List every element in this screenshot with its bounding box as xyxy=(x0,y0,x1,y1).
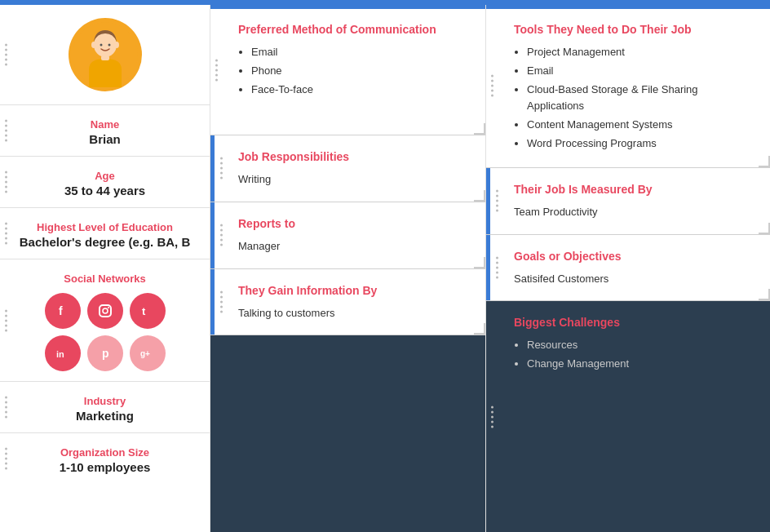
card-dots-comm xyxy=(215,59,218,81)
comm-item-email: Email xyxy=(251,44,469,61)
card-corner-tools xyxy=(759,156,770,167)
name-value: Brian xyxy=(89,132,120,146)
tools-item-pm: Project Management xyxy=(527,44,754,61)
goals-body: Satisifed Customers xyxy=(514,271,754,288)
card-top-bar-comm xyxy=(210,5,485,9)
age-value: 35 to 44 years xyxy=(64,184,145,197)
challenge-item-change: Change Management xyxy=(527,356,754,373)
job-responsibilities-title: Job Responsibilities xyxy=(238,150,469,163)
card-dots-gaininfo xyxy=(220,290,223,313)
avatar xyxy=(69,18,142,91)
job-measured-title: Their Job Is Measured By xyxy=(514,183,754,196)
instagram-icon[interactable] xyxy=(87,293,123,329)
sidebar: Name Brian Age 35 to 44 years Highest Le… xyxy=(0,5,210,532)
org-size-label: Organization Size xyxy=(60,446,149,459)
tools-item-cloud: Cloud-Based Storage & File Sharing Appli… xyxy=(527,82,754,116)
job-measured-body: Team Productivity xyxy=(514,204,754,221)
tools-title: Tools They Need to Do Their Job xyxy=(514,23,754,36)
tools-item-email: Email xyxy=(527,63,754,80)
card-leftbar-jobresp xyxy=(210,135,215,202)
card-corner-measured xyxy=(759,223,770,234)
social-section: Social Networks f t in xyxy=(0,259,210,382)
job-responsibilities-card: Job Responsibilities Writing xyxy=(210,135,485,202)
comm-item-face: Face-To-face xyxy=(251,82,469,99)
job-responsibilities-body: Writing xyxy=(238,171,469,188)
challenges-body: Resources Change Management xyxy=(514,337,754,373)
sidebar-dots-social xyxy=(5,309,7,331)
facebook-icon[interactable]: f xyxy=(45,293,81,329)
card-leftbar-goals xyxy=(486,235,490,301)
card-corner-goals xyxy=(759,289,770,300)
card-leftbar-gaininfo xyxy=(210,269,215,335)
linkedin-icon[interactable]: in xyxy=(45,335,81,371)
age-label: Age xyxy=(95,170,115,182)
card-dots-reports xyxy=(220,224,223,246)
svg-text:f: f xyxy=(59,304,63,317)
svg-text:p: p xyxy=(102,347,109,360)
card-dots-measured xyxy=(496,190,498,212)
sidebar-dots-orgsize xyxy=(5,448,7,470)
industry-section: Industry Marketing xyxy=(0,382,210,433)
challenges-card: Biggest Challenges Resources Change Mana… xyxy=(486,301,770,532)
svg-point-6 xyxy=(108,44,110,47)
twitter-icon[interactable]: t xyxy=(130,293,166,329)
education-section: Highest Level of Education Bachelor's de… xyxy=(0,208,210,259)
preferred-comm-title: Preferred Method of Communication xyxy=(238,23,469,36)
card-dots-tools xyxy=(491,75,493,97)
svg-text:t: t xyxy=(142,305,146,317)
social-label: Social Networks xyxy=(64,273,145,285)
gain-info-body: Talking to customers xyxy=(238,305,469,322)
industry-label: Industry xyxy=(84,395,126,407)
svg-text:in: in xyxy=(56,349,64,359)
content-area: Preferred Method of Communication Email … xyxy=(210,5,770,532)
goals-card: Goals or Objectives Satisifed Customers xyxy=(486,235,770,302)
center-dark-filler xyxy=(210,335,485,532)
svg-rect-4 xyxy=(101,55,109,60)
goals-title: Goals or Objectives xyxy=(514,250,754,263)
sidebar-dots-industry xyxy=(5,397,7,419)
sidebar-dots-avatar xyxy=(5,44,7,66)
comm-item-phone: Phone xyxy=(251,63,469,80)
tools-card: Tools They Need to Do Their Job Project … xyxy=(486,5,770,168)
reports-to-title: Reports to xyxy=(238,217,469,230)
svg-rect-8 xyxy=(100,305,111,317)
tools-item-word: Word Processing Programs xyxy=(527,135,754,153)
challenge-item-resources: Resources xyxy=(527,337,754,354)
tools-body: Project Management Email Cloud-Based Sto… xyxy=(514,44,754,153)
name-section: Name Brian xyxy=(0,105,210,157)
education-label: Highest Level of Education xyxy=(37,221,173,233)
card-corner-jobresp xyxy=(474,190,485,202)
card-corner-gaininfo xyxy=(474,323,485,335)
sidebar-dots-name xyxy=(5,120,7,142)
svg-text:g+: g+ xyxy=(140,349,150,358)
sidebar-dots-age xyxy=(5,171,7,193)
gain-info-title: They Gain Information By xyxy=(238,284,469,297)
gain-info-card: They Gain Information By Talking to cust… xyxy=(210,269,485,336)
name-label: Name xyxy=(91,118,119,131)
industry-value: Marketing xyxy=(76,409,134,423)
center-column: Preferred Method of Communication Email … xyxy=(210,5,486,532)
main-layout: Name Brian Age 35 to 44 years Highest Le… xyxy=(0,5,770,532)
avatar-section xyxy=(0,5,210,105)
reports-to-body: Manager xyxy=(238,238,469,255)
card-dots-jobresp xyxy=(220,157,223,180)
card-dots-challenges xyxy=(491,406,493,428)
org-size-section: Organization Size 1-10 employees xyxy=(0,433,210,484)
right-column: Tools They Need to Do Their Job Project … xyxy=(486,5,770,532)
svg-point-10 xyxy=(108,307,109,308)
sidebar-dots-edu xyxy=(5,223,7,245)
card-corner-reports xyxy=(474,257,485,268)
preferred-comm-body: Email Phone Face-To-face xyxy=(238,44,469,98)
card-corner-comm xyxy=(474,123,485,135)
avatar-svg xyxy=(73,22,138,87)
svg-point-9 xyxy=(103,308,108,313)
svg-point-3 xyxy=(114,42,119,48)
card-leftbar-reports xyxy=(210,202,215,268)
pinterest-icon[interactable]: p xyxy=(87,335,123,371)
svg-point-2 xyxy=(91,42,96,48)
preferred-comm-card: Preferred Method of Communication Email … xyxy=(210,5,485,135)
social-icons-grid: f t in p xyxy=(45,293,166,371)
gplus-icon[interactable]: g+ xyxy=(130,335,166,371)
reports-to-card: Reports to Manager xyxy=(210,202,485,269)
svg-point-5 xyxy=(100,44,102,47)
